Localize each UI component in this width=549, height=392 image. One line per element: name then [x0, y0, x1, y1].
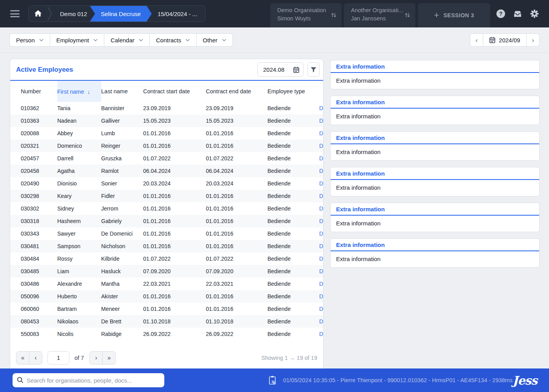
swap-arrows-icon[interactable] [404, 12, 411, 20]
period-prev-button[interactable]: ‹ [470, 33, 483, 47]
last-page-button[interactable]: » [102, 351, 116, 365]
cell-number: 010362 [10, 102, 57, 114]
cell-first-name: Abbey [57, 127, 101, 140]
detail-link[interactable]: D [319, 281, 323, 287]
detail-link[interactable]: D [319, 180, 323, 187]
cell-contract-start-date: 01.01.2016 [143, 190, 206, 202]
cell-contract-start-date: 01.01.2016 [143, 227, 206, 240]
breadcrumb-home[interactable] [29, 6, 47, 22]
org-card-subtitle: Jan Janssens [351, 15, 410, 23]
cell-contract-start-date: 20.03.2024 [143, 177, 206, 190]
help-icon[interactable]: ? [496, 9, 505, 18]
period-next-button[interactable]: › [527, 33, 540, 47]
detail-link[interactable]: D [319, 118, 323, 124]
swap-arrows-icon[interactable] [331, 12, 337, 20]
cell-detail: D [314, 202, 323, 215]
detail-link[interactable]: D [319, 331, 323, 337]
extra-info-card-title[interactable]: Extra information [331, 203, 539, 216]
settings-gear-icon[interactable] [530, 9, 539, 18]
cell-contract-end-date: 22.03.2021 [206, 278, 267, 290]
breadcrumb-item[interactable]: Demo 012 [52, 6, 95, 22]
cell-detail: D [314, 278, 323, 290]
column-header-number[interactable]: Number [10, 81, 57, 102]
cell-first-name: Nikolaos [57, 315, 101, 328]
cell-detail: D [314, 190, 323, 202]
table-row: 010363NadeanGalliver15.05.202315.05.2023… [10, 114, 323, 127]
detail-link[interactable]: D [319, 256, 323, 262]
cell-contract-start-date: 01.01.2016 [143, 303, 206, 315]
detail-link[interactable]: D [319, 268, 323, 274]
column-header-employee-type[interactable]: Employee type [267, 81, 314, 102]
cell-contract-start-date: 07.09.2020 [143, 265, 206, 278]
search-input[interactable] [13, 373, 164, 387]
detail-link[interactable]: D [319, 318, 323, 325]
cell-last-name: Bannister [101, 102, 143, 114]
menu-calendar[interactable]: Calendar [104, 33, 150, 47]
extra-info-card-title[interactable]: Extra information [331, 96, 539, 109]
cell-employee-type: Bediende [267, 140, 314, 152]
table-row: 060060BartramMeneer01.01.201601.01.2016B… [10, 303, 323, 315]
breadcrumb-item-active[interactable]: Selina Decruse [90, 6, 152, 22]
first-page-button[interactable]: « [16, 351, 29, 365]
detail-link[interactable]: D [319, 306, 323, 312]
detail-link[interactable]: D [319, 218, 323, 224]
detail-link[interactable]: D [319, 168, 323, 174]
cell-contract-start-date: 01.01.2016 [143, 290, 206, 303]
extra-info-card-title[interactable]: Extra information [331, 239, 539, 251]
org-card-another-organisation[interactable]: Another Organisati... Jan Janssens [344, 3, 415, 27]
detail-link[interactable]: D [319, 193, 323, 199]
column-header-contract-end[interactable]: Contract end date [206, 81, 267, 102]
detail-link[interactable]: D [319, 130, 323, 136]
menu-employment[interactable]: Employment [50, 33, 104, 47]
breadcrumb-item[interactable]: 15/04/2024 - ... [147, 6, 205, 22]
extra-info-card-title[interactable]: Extra information [331, 132, 539, 144]
column-header-last-name[interactable]: Last name [101, 81, 143, 102]
cell-contract-end-date: 01.01.2016 [206, 140, 267, 152]
extra-info-card-title[interactable]: Extra information [331, 60, 539, 73]
chevron-down-icon [39, 39, 44, 42]
detail-link[interactable]: D [319, 155, 323, 162]
org-card-demo-organisation[interactable]: Demo Organisation Simon Wuyts [270, 3, 342, 27]
column-header-contract-start[interactable]: Contract start date [143, 81, 206, 102]
menu-label: Other [203, 37, 218, 44]
cell-number: 030318 [10, 215, 57, 227]
detail-link[interactable]: D [319, 293, 323, 299]
menu-label: Calendar [111, 37, 135, 44]
panel-title[interactable]: Active Employees [16, 66, 73, 74]
cell-employee-type: Bediende [267, 303, 314, 315]
extra-info-card: Extra informationExtra information [330, 167, 540, 196]
column-header-first-name-sorted[interactable]: First name↓ [57, 81, 101, 102]
extra-info-card-title[interactable]: Extra information [331, 167, 539, 180]
breadcrumb-separator [47, 6, 52, 22]
inbox-icon[interactable] [513, 10, 522, 18]
detail-link[interactable]: D [319, 205, 323, 212]
table-row: 020088AbbeyLumb01.01.201601.01.2016Bedie… [10, 127, 323, 140]
cell-last-name: Ramlot [101, 165, 143, 177]
cell-last-name: Galliver [101, 114, 143, 127]
pagination-bar: « ‹ of 7 › » Showing 1 → 19 of 19 [10, 347, 323, 368]
prev-page-button[interactable]: ‹ [29, 351, 42, 365]
cell-first-name: Tania [57, 102, 101, 114]
cell-contract-start-date: 01.01.2016 [143, 140, 206, 152]
detail-link[interactable]: D [319, 243, 323, 249]
period-button[interactable]: 2024/09 [483, 33, 527, 47]
cell-detail: D [314, 252, 323, 265]
filter-button[interactable] [307, 62, 320, 77]
menu-other[interactable]: Other [196, 33, 233, 47]
global-search [13, 373, 164, 387]
detail-link[interactable]: D [319, 230, 323, 237]
detail-link[interactable]: D [319, 143, 323, 149]
hamburger-menu-icon[interactable] [10, 10, 20, 17]
chevron-down-icon [139, 39, 143, 42]
session-label: SESSION 3 [444, 12, 474, 18]
next-page-button[interactable]: › [89, 351, 103, 365]
page-number-input[interactable] [47, 351, 69, 365]
menu-contracts[interactable]: Contracts [150, 33, 196, 47]
new-session-button[interactable]: + SESSION 3 [418, 3, 490, 27]
detail-link[interactable]: D [319, 105, 323, 111]
menu-person[interactable]: Person [9, 33, 50, 47]
period-value: 2024/09 [499, 37, 520, 44]
clipboard-link-icon[interactable] [269, 376, 276, 385]
panel-date-filter-input[interactable]: 2024.08 [257, 62, 304, 77]
extra-info-card-body: Extra information [331, 180, 539, 196]
